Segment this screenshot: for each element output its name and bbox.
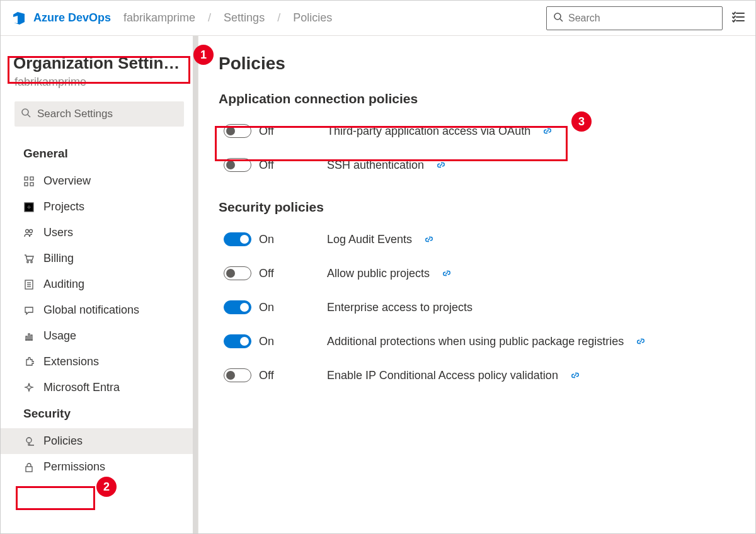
azure-devops-logo-icon xyxy=(11,10,27,26)
global-search-input[interactable] xyxy=(568,13,716,24)
link-icon[interactable] xyxy=(571,371,580,380)
sidebar-item-label: Users xyxy=(43,226,73,239)
svg-rect-9 xyxy=(25,183,28,186)
toggle-oauth[interactable] xyxy=(224,124,251,138)
toggle-state: Off xyxy=(259,369,297,382)
breadcrumb-settings[interactable]: Settings xyxy=(221,11,267,25)
link-icon[interactable] xyxy=(543,127,552,135)
svg-line-1 xyxy=(560,19,563,21)
toggle-ip-cap[interactable] xyxy=(224,368,251,382)
sidebar-org: fabrikamprime xyxy=(1,73,198,98)
top-bar: Azure DevOps fabrikamprime / Settings / … xyxy=(1,1,755,36)
svg-rect-25 xyxy=(31,335,32,340)
policy-audit: On Log Audit Events xyxy=(219,222,730,256)
link-icon[interactable] xyxy=(437,161,445,169)
toggle-package-protections[interactable] xyxy=(224,334,251,348)
policy-public-projects: Off Allow public projects xyxy=(219,256,730,290)
sidebar-item-label: Permissions xyxy=(43,460,105,474)
svg-point-16 xyxy=(27,261,29,263)
breadcrumb-sep: / xyxy=(273,11,284,25)
toggle-state: Off xyxy=(259,159,297,172)
svg-point-14 xyxy=(26,229,29,232)
sidebar-item-projects[interactable]: Projects xyxy=(1,194,198,220)
svg-rect-29 xyxy=(26,467,32,472)
sidebar-item-label: Global notifications xyxy=(43,304,139,317)
breadcrumb-sep: / xyxy=(204,11,215,25)
sidebar-group-general: General xyxy=(1,140,198,168)
svg-rect-10 xyxy=(30,183,33,186)
puzzle-icon xyxy=(23,357,35,367)
lock-icon xyxy=(23,462,35,472)
sidebar-item-auditing[interactable]: Auditing xyxy=(1,271,198,297)
policy-label: SSH authentication xyxy=(327,159,424,172)
global-search[interactable] xyxy=(546,6,723,30)
breadcrumb-policies[interactable]: Policies xyxy=(290,11,335,25)
link-icon[interactable] xyxy=(425,235,433,244)
policy-label: Log Audit Events xyxy=(327,233,412,246)
sparkle-icon xyxy=(23,383,35,393)
toggle-enterprise-access[interactable] xyxy=(224,300,251,314)
policy-enterprise-access: On Enterprise access to projects xyxy=(219,290,730,324)
toggle-audit[interactable] xyxy=(224,232,251,246)
sidebar-item-billing[interactable]: Billing xyxy=(1,246,198,271)
policy-label: Third-party application access via OAuth xyxy=(327,125,530,138)
policy-label: Additional protections when using public… xyxy=(327,335,624,348)
brand-label[interactable]: Azure DevOps xyxy=(33,11,111,25)
toggle-state: Off xyxy=(259,125,297,138)
log-icon xyxy=(23,280,35,290)
svg-line-6 xyxy=(28,115,30,117)
sidebar-item-label: Overview xyxy=(43,174,91,188)
sidebar-item-overview[interactable]: Overview xyxy=(1,168,198,194)
svg-rect-24 xyxy=(28,334,30,340)
svg-rect-7 xyxy=(25,177,28,180)
section-security: Security policies xyxy=(219,200,730,215)
search-icon xyxy=(21,108,31,121)
policy-label: Enterprise access to projects xyxy=(327,301,472,314)
bar-icon xyxy=(23,331,35,341)
page-title: Policies xyxy=(219,54,730,74)
sidebar-item-usage[interactable]: Usage xyxy=(1,323,198,349)
link-icon[interactable] xyxy=(636,337,645,346)
toggle-state: On xyxy=(259,335,297,348)
svg-point-0 xyxy=(554,13,561,20)
sidebar-item-label: Billing xyxy=(43,252,74,265)
toggle-public-projects[interactable] xyxy=(224,266,251,280)
sidebar-search-placeholder: Search Settings xyxy=(37,108,113,120)
plus-box-icon xyxy=(23,202,35,212)
sidebar-resize-handle[interactable] xyxy=(193,36,198,534)
sidebar-item-label: Projects xyxy=(43,200,84,213)
sidebar-item-policies[interactable]: Policies xyxy=(1,428,198,454)
sidebar-item-label: Policies xyxy=(43,435,83,448)
sidebar-group-security: Security xyxy=(1,401,198,428)
link-icon[interactable] xyxy=(442,269,451,278)
policy-oauth: Off Third-party application access via O… xyxy=(219,114,730,148)
sidebar-search[interactable]: Search Settings xyxy=(14,101,184,127)
people-icon xyxy=(23,228,35,238)
sidebar-item-label: Auditing xyxy=(43,278,84,291)
sidebar-item-extensions[interactable]: Extensions xyxy=(1,349,198,375)
grid-icon xyxy=(23,176,35,186)
chat-icon xyxy=(23,305,35,315)
policy-ip-cap: Off Enable IP Conditional Access policy … xyxy=(219,358,730,392)
toggle-state: On xyxy=(259,301,297,314)
policy-label: Enable IP Conditional Access policy vali… xyxy=(327,369,558,382)
sidebar-item-microsoft-entra[interactable]: Microsoft Entra xyxy=(1,375,198,401)
toggle-state: On xyxy=(259,233,297,246)
sidebar-item-label: Usage xyxy=(43,329,76,343)
svg-point-5 xyxy=(22,109,28,115)
sidebar-item-global-notifications[interactable]: Global notifications xyxy=(1,297,198,323)
toggle-state: Off xyxy=(259,267,297,280)
breadcrumb-org[interactable]: fabrikamprime xyxy=(121,11,198,25)
sidebar-item-permissions[interactable]: Permissions xyxy=(1,454,198,480)
toggle-ssh[interactable] xyxy=(224,158,251,172)
svg-rect-23 xyxy=(26,336,27,340)
work-items-icon[interactable] xyxy=(731,10,745,26)
svg-point-17 xyxy=(31,261,33,263)
main-content: Policies Application connection policies… xyxy=(198,36,755,534)
sidebar-title: Organization Settin… xyxy=(1,54,198,73)
svg-point-26 xyxy=(26,438,32,443)
sidebar-item-label: Extensions xyxy=(43,355,99,368)
sidebar-item-label: Microsoft Entra xyxy=(43,381,120,394)
sidebar-item-users[interactable]: Users xyxy=(1,220,198,246)
policy-label: Allow public projects xyxy=(327,267,430,280)
